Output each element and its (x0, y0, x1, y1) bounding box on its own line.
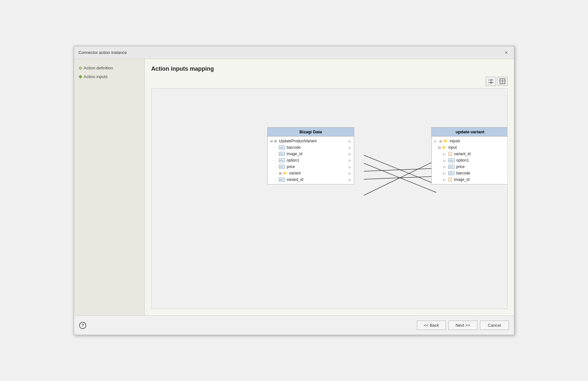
sidebar-diamond-icon (78, 75, 82, 78)
cancel-button[interactable]: Cancel (480, 321, 509, 330)
mapping-inner: Bizagi Data ⊟ ⊞ UpdateProductVariant ▷ (152, 89, 507, 309)
left-row-image-id: - - abc image_id ▷ (268, 151, 354, 157)
left-arrow-icon: ▷ (443, 172, 446, 175)
mapping-canvas: Bizagi Data ⊟ ⊞ UpdateProductVariant ▷ (151, 88, 508, 309)
row-label: variant (289, 171, 301, 175)
sidebar-item-label: Action definition (84, 66, 113, 70)
abc-icon: abc (279, 146, 285, 149)
table-icon (500, 78, 505, 84)
left-arrow-icon: ▷ (443, 159, 446, 162)
left-row-updateproductvariant: ⊟ ⊞ UpdateProductVariant ▷ (268, 138, 354, 144)
dash-icon: - - (274, 152, 277, 155)
row-label: inputs (450, 139, 460, 143)
right-box-title: update-variant (432, 128, 508, 137)
row-label: option1 (456, 158, 469, 163)
abc-icon: abc (279, 165, 285, 169)
dash-icon: - - (274, 146, 277, 149)
mapping-icon (488, 78, 494, 84)
left-row-variant-id: - - abc variant_id ▷ (268, 176, 354, 183)
left-row-option1: - - abc option1 ▷ (268, 157, 354, 164)
row-label: price (456, 164, 465, 169)
right-row-variant-id: ▷ 1 variant_id (432, 151, 508, 157)
num-icon: 1 (448, 152, 452, 156)
svg-marker-3 (491, 82, 492, 84)
left-row-variant: - - ⊞ 📁 variant ▷ (268, 170, 354, 176)
svg-line-13 (364, 176, 436, 179)
left-arrow-icon: ▷ (443, 178, 446, 182)
row-label: UpdateProductVariant (279, 139, 317, 143)
left-arrow-icon: ▷ (443, 152, 446, 156)
dialog: Connector action instance × Action defin… (74, 46, 514, 335)
footer-left: ? (79, 322, 86, 329)
arrow-icon: ▷ (349, 165, 351, 169)
row-label: input (448, 145, 457, 150)
dash-icon: - - (274, 172, 277, 175)
arrow-icon: ▷ (349, 172, 351, 175)
row-label: image_id (454, 177, 470, 182)
arrow-icon: ▷ (349, 178, 351, 182)
close-button[interactable]: × (503, 49, 510, 56)
title-bar: Connector action instance × (74, 46, 514, 59)
abc-icon: abc (448, 171, 455, 175)
icon-table: ⊞ (274, 139, 277, 143)
expand-icon[interactable]: ⊟ (270, 139, 273, 143)
abc-icon: abc (279, 152, 285, 156)
folder-icon: 📁 (442, 146, 446, 150)
footer: ? << Back Next >> Cancel (74, 315, 514, 335)
sidebar-item-action-inputs[interactable]: Action inputs (79, 74, 139, 79)
right-row-input: ⊟ 📁 input (432, 144, 508, 151)
dash-icon: - - (274, 159, 277, 162)
sidebar-diamond-icon (78, 66, 82, 70)
next-button[interactable]: Next >> (448, 321, 477, 330)
svg-marker-1 (491, 79, 492, 81)
main-content: Action definition Action inputs Action i… (74, 59, 514, 315)
footer-right: << Back Next >> Cancel (417, 321, 509, 330)
right-row-price: ▷ abc price (432, 164, 508, 170)
right-row-image-id: ▷ 1 image_id (432, 176, 508, 183)
arrow-icon: ▷ (349, 139, 351, 143)
left-mapping-box: Bizagi Data ⊟ ⊞ UpdateProductVariant ▷ (267, 127, 354, 184)
left-arrow-icon: ▷ (443, 165, 446, 169)
table-view-button[interactable] (497, 77, 508, 86)
page-title: Action inputs mapping (151, 66, 508, 72)
row-label: price (287, 164, 295, 169)
back-button[interactable]: << Back (417, 321, 446, 330)
left-row-price: - - abc price ▷ (268, 164, 354, 170)
left-arrow-icon: ▷ (434, 139, 437, 143)
arrow-icon: ▷ (349, 159, 351, 162)
svg-line-14 (364, 160, 436, 195)
abc-icon: abc (279, 158, 285, 162)
content-area: Action inputs mapping (145, 59, 514, 315)
mapping-view-button[interactable] (486, 77, 496, 86)
right-mapping-box: update-variant ▷ ⊟ 📁 inputs ⊟ (431, 127, 508, 184)
connection-lines (152, 89, 507, 309)
expand-icon[interactable]: ⊞ (279, 172, 281, 175)
sidebar: Action definition Action inputs (74, 59, 145, 315)
row-label: variant_id (287, 177, 303, 182)
dash-icon: - - (274, 165, 277, 168)
row-label: option1 (287, 158, 299, 163)
help-button[interactable]: ? (79, 322, 86, 329)
expand-icon[interactable]: ⊟ (438, 146, 441, 149)
sidebar-item-label: Action inputs (84, 74, 107, 79)
abc-icon: abc (448, 158, 455, 162)
expand-icon[interactable]: ⊟ (439, 139, 442, 143)
sidebar-item-action-definition[interactable]: Action definition (79, 66, 139, 70)
abc-icon: abc (448, 165, 455, 169)
svg-line-11 (364, 163, 436, 192)
row-label: variant_id (454, 152, 471, 156)
row-label: barcode (287, 145, 300, 150)
svg-line-12 (364, 168, 436, 171)
num-icon: 1 (448, 178, 452, 182)
row-label: barcode (456, 171, 470, 175)
left-row-barcode: - - abc barcode ▷ (268, 144, 354, 151)
right-row-inputs: ▷ ⊟ 📁 inputs (432, 138, 508, 144)
dash-icon: - - (274, 178, 277, 181)
right-row-option1: ▷ abc option1 (432, 157, 508, 164)
folder-icon: 📁 (443, 139, 448, 143)
dialog-title: Connector action instance (78, 50, 127, 55)
right-row-barcode: ▷ abc barcode (432, 170, 508, 176)
right-box-body: ▷ ⊟ 📁 inputs ⊟ 📁 input (432, 137, 508, 184)
arrow-icon: ▷ (349, 146, 351, 149)
left-box-title: Bizagi Data (268, 128, 354, 137)
